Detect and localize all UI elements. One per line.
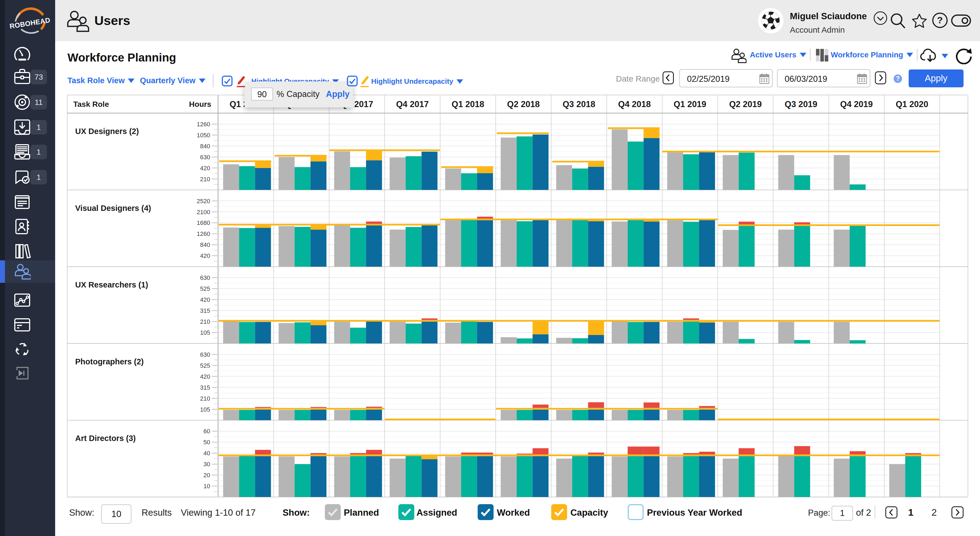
svg-text:1260: 1260	[197, 230, 210, 237]
svg-text:10: 10	[204, 483, 210, 490]
svg-text:210: 210	[200, 395, 210, 402]
svg-text:UX Designers (2): UX Designers (2)	[75, 127, 139, 136]
svg-text:2520: 2520	[197, 198, 210, 204]
svg-text:630: 630	[200, 274, 210, 281]
svg-text:840: 840	[200, 143, 210, 150]
svg-text:Q1 2018: Q1 2018	[452, 99, 484, 109]
svg-text:20: 20	[204, 472, 210, 479]
svg-text:2100: 2100	[197, 209, 210, 215]
svg-text:630: 630	[200, 351, 210, 358]
svg-text:1260: 1260	[197, 121, 210, 128]
svg-text:420: 420	[200, 165, 210, 172]
svg-text:50: 50	[204, 439, 210, 446]
svg-text:420: 420	[200, 252, 210, 259]
svg-text:105: 105	[200, 406, 210, 413]
svg-text:Task Role: Task Role	[73, 100, 109, 108]
svg-text:315: 315	[200, 384, 210, 391]
svg-text:Visual Designers (4): Visual Designers (4)	[75, 204, 151, 212]
svg-text:Q2 2019: Q2 2019	[729, 99, 762, 109]
svg-text:1680: 1680	[197, 219, 210, 226]
svg-text:Art Directors (3): Art Directors (3)	[75, 434, 136, 443]
svg-text:1050: 1050	[197, 132, 210, 139]
svg-text:315: 315	[200, 307, 210, 314]
svg-text:Q4 2018: Q4 2018	[618, 99, 651, 109]
svg-text:Q1 2020: Q1 2020	[896, 99, 928, 109]
svg-text:Photographers (2): Photographers (2)	[75, 357, 144, 366]
svg-text:525: 525	[200, 285, 210, 292]
svg-text:420: 420	[200, 296, 210, 303]
svg-text:Q4 2019: Q4 2019	[840, 99, 873, 109]
svg-text:30: 30	[204, 461, 210, 467]
svg-text:Hours: Hours	[189, 100, 211, 108]
svg-text:105: 105	[200, 329, 210, 336]
svg-text:Q3 2019: Q3 2019	[785, 99, 817, 109]
svg-text:40: 40	[204, 450, 210, 457]
svg-text:420: 420	[200, 373, 210, 380]
svg-text:525: 525	[200, 362, 210, 369]
svg-text:630: 630	[200, 154, 210, 161]
svg-text:Q1 2019: Q1 2019	[673, 99, 706, 109]
svg-text:210: 210	[200, 176, 210, 183]
svg-text:Q3 2018: Q3 2018	[563, 99, 595, 109]
svg-text:60: 60	[204, 428, 210, 435]
svg-text:Q2 2018: Q2 2018	[507, 99, 540, 109]
svg-text:210: 210	[200, 318, 210, 325]
svg-text:UX Researchers (1): UX Researchers (1)	[75, 280, 148, 289]
svg-text:840: 840	[200, 241, 210, 248]
svg-text:Q4 2017: Q4 2017	[396, 99, 429, 109]
